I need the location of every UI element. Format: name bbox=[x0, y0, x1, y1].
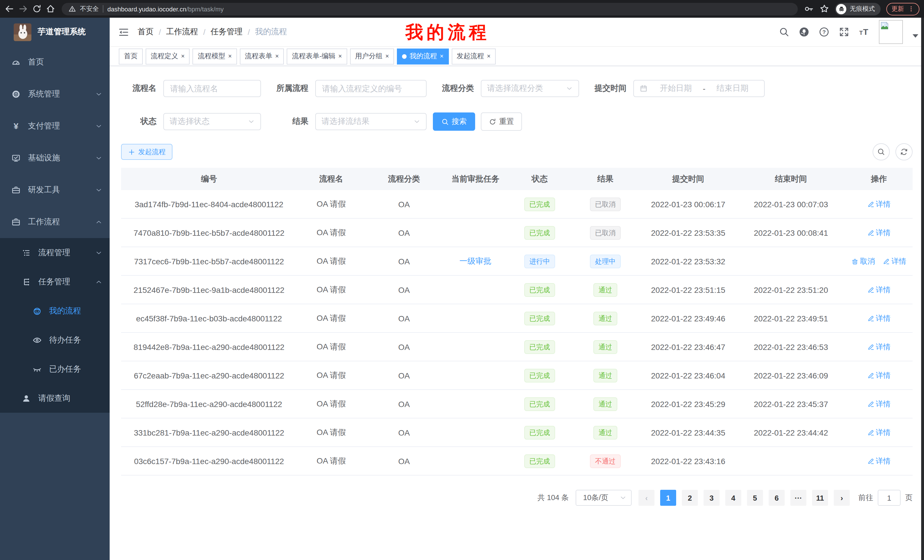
page-button-2[interactable]: 2 bbox=[682, 490, 698, 506]
sidebar-item-请假查询[interactable]: 请假查询 bbox=[0, 383, 110, 413]
browser-window: 不安全 dashboard.yudao.iocoder.cn/bpm/task/… bbox=[0, 0, 924, 560]
sidebar-item-系统管理[interactable]: 系统管理 bbox=[0, 78, 110, 110]
cell-name: OA 请假 bbox=[297, 389, 366, 418]
详情-action-link[interactable]: 详情 bbox=[867, 370, 891, 380]
back-icon[interactable] bbox=[4, 4, 14, 14]
page-size-label: 10条/页 bbox=[583, 493, 608, 503]
page-button-5[interactable]: 5 bbox=[747, 490, 763, 506]
详情-action-link[interactable]: 详情 bbox=[867, 199, 891, 209]
process-definition-input[interactable] bbox=[315, 80, 427, 97]
current-task-link[interactable]: 一级审批 bbox=[459, 256, 491, 265]
tab-我的流程[interactable]: 我的流程× bbox=[397, 48, 448, 64]
address-bar[interactable]: 不安全 dashboard.yudao.iocoder.cn/bpm/task/… bbox=[62, 3, 798, 15]
sidebar-item-我的流程[interactable]: 我的流程 bbox=[0, 296, 110, 325]
avatar[interactable] bbox=[879, 20, 903, 44]
cell-submit-time: 2022-01-22 23:49:46 bbox=[640, 304, 736, 332]
page-button-11[interactable]: 11 bbox=[812, 490, 828, 506]
caret-down-icon[interactable] bbox=[913, 34, 918, 38]
sidebar-item-工作流程[interactable]: 工作流程 bbox=[0, 206, 110, 238]
取消-action-link[interactable]: 取消 bbox=[852, 256, 875, 266]
sidebar-item-支付管理[interactable]: ¥支付管理 bbox=[0, 110, 110, 142]
sidebar-item-首页[interactable]: 首页 bbox=[0, 46, 110, 78]
status-badge: 进行中 bbox=[524, 254, 555, 268]
prev-page-button[interactable]: ‹ bbox=[639, 490, 654, 506]
详情-action-link[interactable]: 详情 bbox=[867, 341, 891, 352]
tab-流程定义[interactable]: 流程定义× bbox=[146, 48, 190, 64]
hamburger-icon[interactable] bbox=[118, 27, 129, 37]
cell-status: 已完成 bbox=[508, 332, 571, 361]
page-button-3[interactable]: 3 bbox=[704, 490, 720, 506]
search-button[interactable]: 搜索 bbox=[433, 112, 475, 131]
page-button-4[interactable]: 4 bbox=[725, 490, 741, 506]
page-scrollbar[interactable] bbox=[921, 18, 924, 560]
详情-action-link[interactable]: 详情 bbox=[867, 228, 891, 238]
tab-流程模型[interactable]: 流程模型× bbox=[193, 48, 237, 64]
close-icon[interactable]: × bbox=[338, 53, 342, 59]
more-pages-button[interactable]: ··· bbox=[790, 490, 806, 506]
详情-action-link[interactable]: 详情 bbox=[867, 284, 891, 295]
breadcrumb-item-任务管理[interactable]: 任务管理 bbox=[211, 27, 243, 37]
tab-流程表单[interactable]: 流程表单× bbox=[240, 48, 284, 64]
goto-page-input[interactable] bbox=[878, 490, 901, 506]
page-button-6[interactable]: 6 bbox=[769, 490, 784, 506]
sidebar-item-已办任务[interactable]: 已办任务 bbox=[0, 355, 110, 383]
reset-button[interactable]: 重置 bbox=[481, 112, 522, 131]
fullscreen-icon[interactable] bbox=[839, 27, 849, 37]
close-icon[interactable]: × bbox=[275, 53, 279, 59]
tab-发起流程[interactable]: 发起流程× bbox=[452, 48, 496, 64]
close-icon[interactable]: × bbox=[386, 53, 389, 59]
breadcrumb-item-工作流程[interactable]: 工作流程 bbox=[166, 27, 198, 37]
search-icon bbox=[877, 148, 885, 156]
详情-action-link[interactable]: 详情 bbox=[867, 456, 891, 466]
filter-result: 结果 请选择流结果 bbox=[276, 113, 427, 130]
table-search-toggle-button[interactable] bbox=[873, 143, 890, 160]
close-icon[interactable]: × bbox=[228, 53, 232, 59]
next-page-button[interactable]: › bbox=[834, 490, 850, 506]
close-icon[interactable]: × bbox=[181, 53, 185, 59]
sidebar-item-待办任务[interactable]: 待办任务 bbox=[0, 325, 110, 355]
reload-icon[interactable] bbox=[32, 4, 42, 14]
result-badge: 已取消 bbox=[590, 226, 621, 240]
sidebar-item-流程管理[interactable]: 流程管理 bbox=[0, 238, 110, 267]
create-process-button[interactable]: 发起流程 bbox=[121, 144, 172, 160]
cell-result: 已取消 bbox=[571, 190, 640, 219]
tab-用户分组[interactable]: 用户分组× bbox=[350, 48, 394, 64]
svg-text:?: ? bbox=[822, 29, 826, 35]
status-select[interactable]: 请选择状态 bbox=[164, 113, 261, 130]
tab-流程表单-编辑[interactable]: 流程表单-编辑× bbox=[287, 48, 347, 64]
briefcase-icon bbox=[11, 217, 21, 227]
tab-首页[interactable]: 首页 bbox=[119, 48, 143, 64]
date-range-picker[interactable]: 开始日期 - 结束日期 bbox=[633, 80, 765, 97]
forward-icon[interactable] bbox=[18, 4, 28, 14]
sidebar-item-基础设施[interactable]: 基础设施 bbox=[0, 142, 110, 174]
breadcrumb: 首页/工作流程/任务管理/我的流程 bbox=[138, 27, 287, 37]
star-icon[interactable] bbox=[819, 4, 829, 14]
search-icon[interactable] bbox=[779, 27, 789, 37]
edit-icon bbox=[867, 429, 874, 436]
font-size-icon[interactable]: TT bbox=[859, 27, 869, 37]
browser-menu-button[interactable]: 更新 bbox=[886, 3, 920, 15]
详情-action-link[interactable]: 详情 bbox=[867, 427, 891, 437]
详情-action-link[interactable]: 详情 bbox=[867, 399, 891, 409]
table-refresh-button[interactable] bbox=[896, 143, 913, 160]
app-logo-row[interactable]: 芋道管理系统 bbox=[0, 18, 110, 46]
page-button-1[interactable]: 1 bbox=[660, 490, 676, 506]
breadcrumb-item-首页[interactable]: 首页 bbox=[138, 27, 154, 37]
calendar-icon bbox=[640, 84, 648, 93]
close-icon[interactable]: × bbox=[487, 53, 490, 59]
question-icon[interactable]: ? bbox=[819, 27, 829, 37]
process-name-input[interactable] bbox=[164, 80, 261, 97]
sidebar-item-研发工具[interactable]: 研发工具 bbox=[0, 174, 110, 206]
close-icon[interactable]: × bbox=[440, 53, 444, 59]
sidebar-item-任务管理[interactable]: 任务管理 bbox=[0, 267, 110, 296]
key-icon[interactable] bbox=[804, 4, 814, 14]
create-process-label: 发起流程 bbox=[138, 147, 166, 157]
goto-label: 前往 bbox=[858, 493, 873, 503]
详情-action-link[interactable]: 详情 bbox=[883, 256, 906, 266]
result-select[interactable]: 请选择流结果 bbox=[315, 113, 427, 130]
category-select[interactable]: 请选择流程分类 bbox=[481, 80, 579, 97]
github-icon[interactable] bbox=[799, 27, 809, 37]
详情-action-link[interactable]: 详情 bbox=[867, 313, 891, 323]
page-size-select[interactable]: 10条/页 bbox=[576, 490, 632, 506]
home-icon[interactable] bbox=[46, 4, 56, 14]
